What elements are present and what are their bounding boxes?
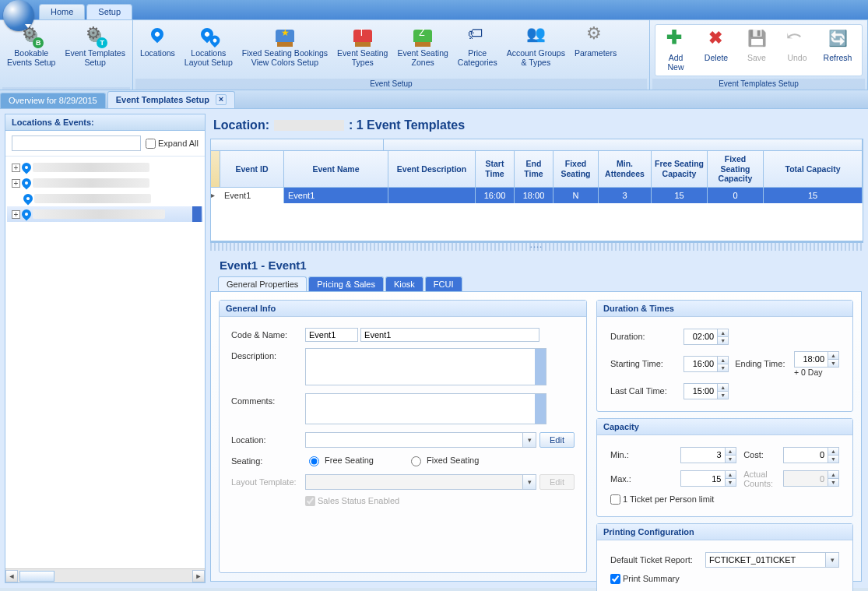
location-combo[interactable] [305,432,522,448]
groupbox-printing: Printing Configuration [597,524,852,540]
tab-home[interactable]: Home [39,4,85,19]
day-offset-label: + 0 Day [794,368,822,377]
scroll-right-button[interactable]: ► [192,570,205,582]
comments-field[interactable] [305,393,546,424]
chevron-down-icon[interactable]: ▾ [522,432,536,448]
scroll-left-button[interactable]: ◄ [5,570,18,582]
worksheet-tab-overview[interactable]: Overview for 8/29/2015 [0,93,106,108]
col-event-description[interactable]: Event Description [388,150,476,188]
groupbox-capacity: Capacity [597,419,852,435]
col-total-capacity[interactable]: Total Capacity [764,150,863,188]
tree-expander-icon[interactable]: + [12,179,20,188]
col-fixed-seating[interactable]: Fixed Seating [553,150,599,188]
tab-general-properties[interactable]: General Properties [218,276,307,291]
tab-fcui[interactable]: FCUI [425,276,462,291]
start-time-spinner[interactable]: ▲▼ [684,356,729,372]
tree-item-label[interactable] [33,163,149,172]
events-grid: Event ID Event Name Event Description St… [210,139,863,243]
users-icon [525,25,546,47]
edit-layout-button: Edit [539,474,575,490]
ticket-report-combo[interactable] [705,552,825,568]
tree-item-label[interactable] [33,178,149,188]
ribbon-bookable-events-setup[interactable]: B Bookable Events Setup [2,22,60,87]
edit-location-button[interactable]: Edit [539,432,575,448]
panel-header: Locations & Events: [5,114,205,131]
locations-tree[interactable]: + + + [5,157,205,568]
worksheet-tabbar: Overview for 8/29/2015 Event Templates S… [0,90,868,109]
ribbon-parameters[interactable]: Parameters [570,22,621,79]
tree-expander-icon[interactable]: + [12,210,20,219]
tab-kiosk[interactable]: Kiosk [385,276,423,291]
code-field[interactable] [305,328,358,342]
sales-status-checkbox: Sales Status Enabled [305,496,575,506]
min-capacity-spinner[interactable]: ▲▼ [680,447,736,463]
chevron-down-icon: ▾ [522,474,536,490]
col-start-time[interactable]: Start Time [476,150,515,188]
lastcall-time-spinner[interactable]: ▲▼ [684,383,729,399]
detail-title: Event1 - Event1 [210,251,863,276]
col-event-name[interactable]: Event Name [284,150,388,188]
map-pin-icon [22,192,35,206]
seat-colors-icon: ★ [274,25,296,47]
chevron-down-icon[interactable]: ▾ [825,552,839,568]
actual-counts-spinner: ▲▼ [783,470,839,487]
refresh-icon [827,30,849,51]
plus-icon [665,30,687,51]
ribbon-account-groups[interactable]: Account Groups & Types [502,22,570,79]
col-free-capacity[interactable]: Free Seating Capacity [652,150,708,188]
ribbon-event-templates-setup[interactable]: T Event Templates Setup [60,22,129,87]
ticket-limit-checkbox[interactable]: 1 Ticket per Person limit [610,494,839,505]
tree-expander-icon[interactable]: + [12,164,20,172]
ribbon-locations-layout-setup[interactable]: Locations Layout Setup [180,22,237,79]
location-header: Location: : 1 Event Templates [210,114,863,139]
scroll-thumb[interactable] [19,571,54,582]
fixed-seating-radio[interactable]: Fixed Seating [407,454,479,466]
ribbon-group-label: Event Setup [135,79,647,90]
horizontal-splitter[interactable]: •••• [210,243,863,251]
col-end-time[interactable]: End Time [515,150,553,188]
ribbon-seating-types[interactable]: T Event Seating Types [332,22,392,79]
free-seating-radio[interactable]: Free Seating [305,454,374,466]
ribbon-seating-zones[interactable]: Z Event Seating Zones [392,22,452,79]
ribbon-delete[interactable]: Delete [696,26,736,74]
ribbon-undo: Undo [777,26,817,74]
ribbon-group-label [2,87,130,90]
expand-all-checkbox[interactable]: Expand All [146,139,199,149]
save-icon [746,30,768,51]
map-pin-icon [20,208,33,221]
gear-icon: T [84,25,106,47]
tree-item-label[interactable] [33,209,165,219]
name-field[interactable] [360,328,539,342]
cost-spinner[interactable]: ▲▼ [783,447,839,463]
end-time-spinner[interactable]: ▲▼ [794,351,839,368]
map-pin-icon [20,161,33,174]
description-field[interactable] [305,348,546,385]
layout-template-combo [305,474,522,490]
tab-pricing-sales[interactable]: Pricing & Sales [308,276,384,291]
ribbon: B Bookable Events Setup T Event Template… [0,20,868,90]
detail-tabs: General Properties Pricing & Sales Kiosk… [218,276,863,291]
ribbon-close[interactable]: Close [858,26,868,74]
map-pin-icon [20,177,33,190]
top-menu-bar: Home Setup [0,0,868,20]
ribbon-fixed-seating-colors[interactable]: ★ Fixed Seating Bookings View Colors Set… [237,22,332,79]
max-capacity-spinner[interactable]: ▲▼ [680,470,736,487]
location-search-input[interactable] [12,135,141,151]
col-min-attendees[interactable]: Min. Attendees [599,150,652,188]
tab-setup[interactable]: Setup [86,4,132,19]
ribbon-locations[interactable]: Locations [135,22,180,79]
tab-close-icon[interactable]: × [216,94,227,105]
col-fixed-capacity[interactable]: Fixed Seating Capacity [708,150,764,188]
worksheet-tab-templates[interactable]: Event Templates Setup × [107,91,235,108]
locations-panel: Locations & Events: Expand All + + + ◄ ► [5,114,206,583]
app-logo[interactable] [3,0,34,31]
grid-row[interactable]: Event1 Event1 16:00 18:00 N 3 15 0 15 [220,188,863,203]
tree-item-label[interactable] [34,194,151,203]
print-summary-checkbox[interactable]: Print Summary [610,574,839,584]
ribbon-add-new[interactable]: Add New [655,26,696,74]
horizontal-scrollbar[interactable]: ◄ ► [5,568,205,582]
col-event-id[interactable]: Event ID [220,150,284,188]
ribbon-refresh[interactable]: Refresh [817,26,858,74]
ribbon-price-categories[interactable]: Price Categories [453,22,502,79]
duration-spinner[interactable]: ▲▼ [684,329,729,345]
